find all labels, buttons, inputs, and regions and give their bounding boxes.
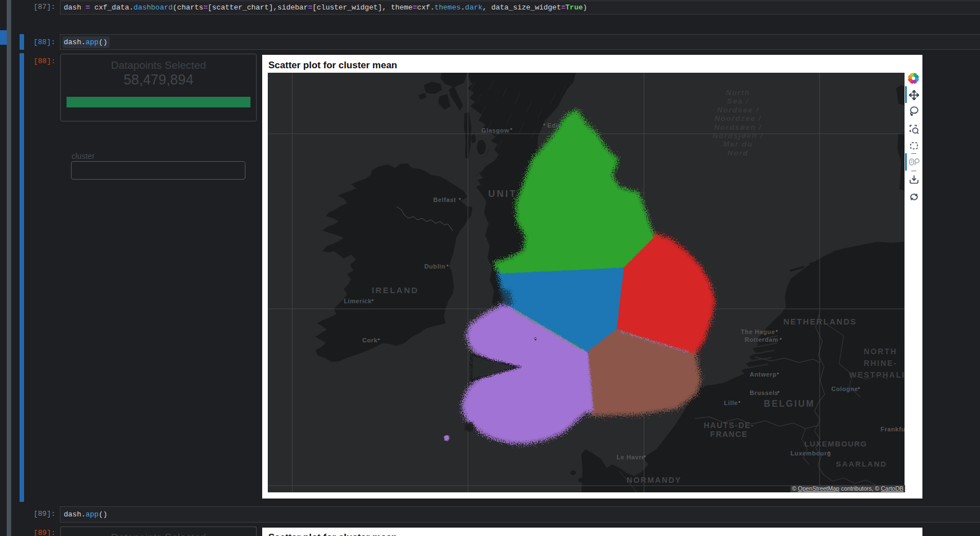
- svg-text:WESTPHALIA: WESTPHALIA: [849, 370, 905, 379]
- svg-text:RHINE-: RHINE-: [864, 359, 897, 368]
- svg-text:FRANCE: FRANCE: [710, 430, 747, 439]
- svg-text:Le Havre: Le Havre: [617, 454, 645, 460]
- svg-text:Dublin: Dublin: [424, 263, 446, 270]
- svg-text:Rotterdam: Rotterdam: [745, 336, 778, 343]
- svg-text:Cologne: Cologne: [831, 385, 858, 392]
- svg-text:IRELAND: IRELAND: [372, 285, 419, 295]
- svg-text:Belfast: Belfast: [433, 196, 456, 203]
- svg-text:NORMANDY: NORMANDY: [627, 476, 681, 485]
- svg-text:NORTH: NORTH: [864, 347, 897, 356]
- svg-text:LUXEMBOURG: LUXEMBOURG: [804, 440, 868, 448]
- svg-text:UNIT: UNIT: [488, 189, 517, 199]
- svg-text:Nordsøen /: Nordsøen /: [714, 123, 762, 131]
- svg-text:Antwerp: Antwerp: [750, 371, 777, 378]
- svg-text:The Hague: The Hague: [741, 328, 775, 335]
- svg-text:Limerick: Limerick: [344, 298, 372, 304]
- svg-text:Nord: Nord: [727, 149, 749, 157]
- svg-text:Cork: Cork: [362, 337, 378, 344]
- svg-text:Mer du: Mer du: [723, 140, 752, 148]
- svg-text:SAARLAND: SAARLAND: [836, 460, 887, 468]
- svg-text:Luxembourg: Luxembourg: [790, 450, 831, 457]
- svg-text:HAUTS-DE-: HAUTS-DE-: [704, 421, 755, 430]
- svg-text:Lille: Lille: [724, 399, 738, 406]
- svg-text:BELGIUM: BELGIUM: [764, 399, 815, 408]
- svg-text:Brussels: Brussels: [750, 389, 778, 396]
- svg-text:NETHERLANDS: NETHERLANDS: [783, 317, 857, 326]
- svg-text:Nordsee /: Nordsee /: [717, 106, 759, 114]
- svg-text:Noordzee /: Noordzee /: [714, 114, 761, 123]
- svg-text:Glasgow: Glasgow: [481, 127, 509, 134]
- svg-text:Nordsjøen /: Nordsjøen /: [713, 131, 764, 140]
- svg-text:Frankfu: Frankfu: [880, 426, 905, 432]
- svg-text:North: North: [726, 88, 750, 97]
- svg-text:Sea /: Sea /: [727, 97, 749, 105]
